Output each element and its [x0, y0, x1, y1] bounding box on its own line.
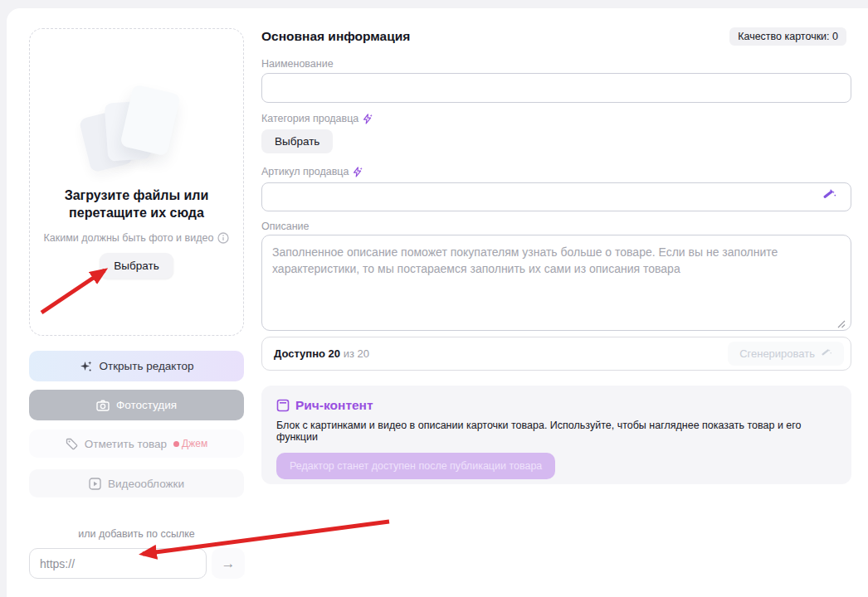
- bolt-icon: [353, 167, 363, 177]
- camera-icon: [96, 400, 110, 411]
- rich-content-icon: [276, 399, 290, 412]
- rich-content-panel: Рич-контент Блок с картинками и видео в …: [261, 386, 851, 484]
- rich-content-description: Блок с картинками и видео в описании кар…: [276, 420, 836, 443]
- rich-content-locked-button: Редактор станет доступен после публикаци…: [276, 453, 555, 479]
- illustration-card: [119, 84, 181, 156]
- category-label-text: Категория продавца: [261, 113, 358, 124]
- sku-input[interactable]: [261, 182, 851, 211]
- mark-product-button[interactable]: Отметить товар Джем: [29, 430, 244, 458]
- open-editor-button[interactable]: Открыть редактор: [29, 351, 244, 381]
- arrow-right-icon: →: [222, 556, 236, 572]
- photostudio-button[interactable]: Фотостудия: [29, 390, 244, 420]
- category-choose-button[interactable]: Выбрать: [261, 129, 333, 153]
- quota-total: из 20: [344, 347, 369, 360]
- upload-title: Загрузите файлы или перетащите их сюда: [50, 187, 223, 221]
- generation-quota-box: Доступно 20 из 20 Сгенерировать: [261, 337, 851, 371]
- upload-hint: Какими должны быть фото и видео: [30, 232, 243, 244]
- sparkles-icon: [80, 360, 93, 373]
- sku-label: Артикул продавца: [261, 166, 363, 177]
- url-submit-button[interactable]: →: [212, 548, 245, 579]
- name-label-text: Наименование: [261, 58, 334, 70]
- section-title: Основная информация: [261, 29, 410, 44]
- generate-button-label: Сгенерировать: [739, 347, 815, 360]
- upload-illustration: [30, 29, 243, 195]
- url-input[interactable]: [29, 548, 207, 579]
- name-input[interactable]: [261, 73, 851, 103]
- info-icon[interactable]: [217, 232, 229, 244]
- description-label: Описание: [261, 221, 310, 232]
- upload-choose-button[interactable]: Выбрать: [100, 253, 173, 279]
- quota-available: Доступно 20: [274, 347, 340, 360]
- generate-wand-icon: [820, 347, 832, 360]
- generate-button[interactable]: Сгенерировать: [728, 342, 844, 366]
- name-label: Наименование: [261, 58, 334, 70]
- upload-hint-text: Какими должны быть фото и видео: [44, 232, 214, 244]
- jam-badge: Джем: [173, 438, 207, 449]
- play-icon: [89, 478, 101, 490]
- add-by-link-label: или добавить по ссылке: [29, 528, 244, 540]
- description-label-text: Описание: [261, 221, 310, 232]
- generation-quota-text: Доступно 20 из 20: [274, 347, 369, 360]
- tag-icon: [66, 438, 78, 450]
- photostudio-label: Фотостудия: [116, 399, 177, 411]
- media-upload-dropzone[interactable]: Загрузите файлы или перетащите их сюда К…: [29, 28, 244, 336]
- video-covers-button[interactable]: Видеообложки: [29, 469, 244, 498]
- bolt-icon: [363, 114, 373, 124]
- magic-wand-icon[interactable]: [820, 188, 838, 206]
- product-card-editor: Загрузите файлы или перетащите их сюда К…: [0, 0, 868, 597]
- video-covers-label: Видеообложки: [108, 478, 184, 490]
- content-panel: Загрузите файлы или перетащите их сюда К…: [7, 8, 868, 597]
- jam-dot-icon: [173, 441, 179, 447]
- sku-label-text: Артикул продавца: [261, 166, 349, 177]
- rich-content-header: Рич-контент: [276, 398, 836, 413]
- rich-content-title: Рич-контент: [295, 398, 373, 413]
- jam-badge-label: Джем: [182, 438, 207, 449]
- open-editor-label: Открыть редактор: [100, 360, 194, 372]
- mark-product-label: Отметить товар: [85, 438, 167, 450]
- card-quality-badge: Качество карточки: 0: [729, 27, 846, 46]
- resize-handle-icon[interactable]: [836, 317, 846, 332]
- category-label: Категория продавца: [261, 113, 373, 124]
- description-textarea[interactable]: [261, 235, 851, 331]
